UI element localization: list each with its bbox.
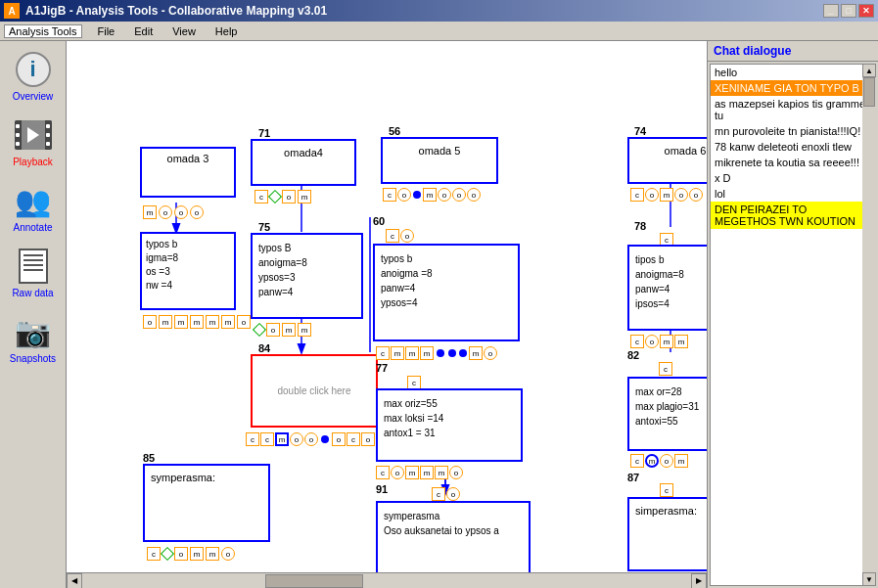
tok-c-lr2: c (260, 432, 274, 446)
token-m-lb1: m (159, 315, 172, 329)
tok-diamond1 (268, 190, 282, 204)
sidebar-item-snapshots[interactable]: 📷 Snapshots (4, 307, 63, 369)
node-label-91: 91 (376, 483, 388, 495)
tok-m-lr: m (275, 432, 289, 446)
chat-msg-2: XENINAME GIA TON TYPO B (711, 80, 875, 96)
node-label-56: 56 (389, 125, 400, 137)
maximize-button[interactable]: □ (841, 4, 856, 18)
node-omada3-label: omada 3 (142, 149, 234, 164)
sidebar-item-rawdata[interactable]: Raw data (4, 242, 63, 303)
token-m-lb5: m (221, 315, 235, 329)
node-87[interactable]: simperasma: (627, 497, 707, 571)
chat-messages[interactable]: hello XENINAME GIA TON TYPO B as mazepse… (710, 64, 876, 586)
sidebar-label-snapshots: Snapshots (10, 353, 56, 364)
chat-msg-9: DEN PEIRAZEI TO MEGETHOS TWN KOUTION (711, 202, 875, 229)
sidebar-item-playback[interactable]: Playback (4, 111, 63, 172)
tok-o-lr2: o (304, 432, 318, 446)
chat-scroll-up[interactable]: ▲ (862, 64, 876, 77)
sidebar-item-overview[interactable]: i Overview (4, 45, 63, 107)
node-84[interactable]: double click here (251, 354, 378, 428)
sidebar-item-annotate[interactable]: 👥 Annotate (4, 176, 63, 238)
node-85[interactable]: symperasma: (143, 464, 270, 542)
chat-scroll-down[interactable]: ▼ (862, 572, 876, 586)
tokens-omada4: c o m (254, 190, 311, 204)
menu-analysis-tools[interactable]: Analysis Tools (4, 24, 82, 38)
node-91[interactable]: symperasmaOso auksanetai to ypsos a (376, 501, 531, 572)
sidebar-label-overview: Overview (13, 91, 54, 102)
token-o3: o (190, 205, 204, 219)
tok-diamond-75a (253, 323, 266, 337)
token-o1: o (159, 205, 172, 219)
node-60-inner[interactable]: typos banoigma =8panw=4ypsos=4 (373, 244, 520, 341)
overview-icon-area: i (14, 50, 53, 89)
canvas[interactable]: omada 3 m o o o typos bigma=8os =3nw =4 … (67, 41, 707, 572)
menu-file[interactable]: File (94, 25, 119, 37)
node-omada3[interactable]: omada 3 (140, 147, 236, 198)
chat-scrollbar[interactable]: ▲ ▼ (862, 64, 876, 586)
chat-scroll-thumb[interactable] (863, 77, 875, 107)
node-left-typos[interactable]: typos bigma=8os =3nw =4 (140, 232, 236, 310)
token-m-lb3: m (190, 315, 204, 329)
node-left-typos-label: typos bigma=8os =3nw =4 (142, 234, 234, 296)
chat-header: Chat dialogue (708, 41, 878, 62)
tokens-77: c (407, 376, 421, 389)
tok-o-lr4: o (361, 432, 375, 446)
token-o2: o (174, 205, 188, 219)
node-omada5-label: omada 5 (383, 139, 496, 157)
tok-o-lr1: o (290, 432, 303, 446)
tokens-left-bottom: o m m m m m o (143, 315, 251, 329)
node-omada6-label: omada 6 (629, 139, 707, 157)
playback-icon-area (14, 115, 53, 155)
node-82[interactable]: max or=28max plagio=31antoxi=55 (627, 377, 707, 451)
h-scrollbar-track[interactable] (82, 573, 691, 589)
minimize-button[interactable]: _ (823, 4, 839, 18)
node-label-84: 84 (258, 342, 270, 354)
chat-messages-container: hello XENINAME GIA TON TYPO B as mazepse… (708, 62, 878, 588)
tok-m-75b: m (298, 323, 311, 337)
tokens-85: c o m m o (147, 547, 235, 561)
canvas-area: omada 3 m o o o typos bigma=8os =3nw =4 … (67, 41, 707, 588)
tok-o-75: o (266, 323, 280, 337)
tok-diamond-85 (161, 547, 174, 561)
h-scrollbar-thumb[interactable] (265, 574, 363, 588)
token-o-lb1: o (143, 315, 157, 329)
node-77[interactable]: max oriz=55max loksi =14antox1 = 31 (376, 388, 523, 462)
tok-o-lr3: o (332, 432, 346, 446)
tok-dot-lr (321, 435, 329, 443)
tok-c1: c (254, 190, 268, 204)
menu-help[interactable]: Help (211, 25, 242, 37)
scroll-left-button[interactable]: ◀ (67, 573, 82, 589)
menu-view[interactable]: View (168, 25, 200, 37)
node-label-78: 78 (634, 220, 646, 232)
node-82-label: max or=28max plagio=31antoxi=55 (629, 379, 707, 434)
node-label-77: 77 (376, 362, 388, 374)
node-75[interactable]: typos Banoigma=8ypsos=3panw=4 (251, 233, 363, 319)
node-label-60: 60 (373, 215, 385, 227)
token-m-lb4: m (206, 315, 219, 329)
close-button[interactable]: ✕ (858, 4, 874, 18)
node-label-74: 74 (634, 125, 646, 137)
node-omada4[interactable]: omada4 (251, 139, 356, 186)
tokens-87: c (660, 483, 673, 497)
node-84-label: double click here (277, 385, 350, 396)
node-omada6[interactable]: omada 6 (627, 137, 707, 184)
chat-scroll-track[interactable] (862, 77, 876, 572)
document-icon (19, 249, 48, 284)
node-label-87: 87 (627, 472, 639, 483)
main-container: i Overview (0, 41, 878, 588)
scroll-right-button[interactable]: ▶ (691, 573, 707, 589)
chat-msg-4: mn purovoleite tn pianista!!!IQ! (711, 123, 875, 139)
node-78[interactable]: tipos banoigma=8panw=4ipsos=4 (627, 245, 707, 331)
node-78-label: tipos banoigma=8panw=4ipsos=4 (629, 247, 707, 317)
film-icon (15, 120, 52, 150)
node-omada5[interactable]: omada 5 (381, 137, 498, 184)
tokens-after60: c m m m m o (376, 346, 497, 360)
snapshots-icon-area: 📷 (14, 312, 53, 351)
menu-edit[interactable]: Edit (130, 25, 157, 37)
token-o-lb2: o (237, 315, 251, 329)
h-scrollbar[interactable]: ◀ ▶ (67, 572, 707, 588)
info-icon: i (16, 52, 51, 87)
node-label-85: 85 (143, 452, 155, 464)
tok-c-lr: c (246, 432, 259, 446)
node-85-label: symperasma: (145, 466, 268, 489)
